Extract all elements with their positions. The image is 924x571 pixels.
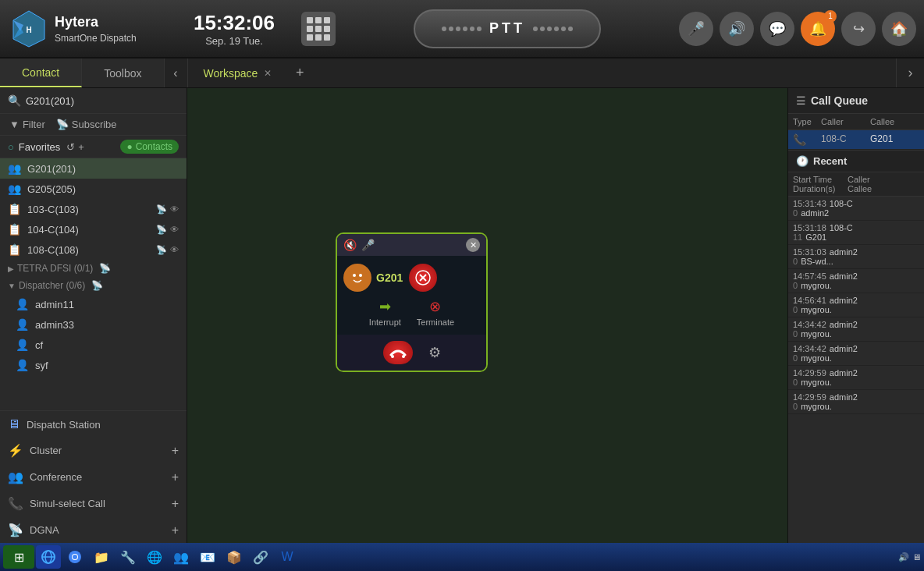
contact-icon: 📋 xyxy=(8,243,21,256)
svg-point-15 xyxy=(73,555,77,559)
start-button[interactable]: ⊞ xyxy=(3,545,34,569)
workspace-tab-close[interactable]: ✕ xyxy=(264,68,272,79)
cw-terminate-action[interactable]: ⊗ Terminate xyxy=(417,298,454,327)
contact-item-108c[interactable]: 📋 108-C(108) 📡 👁 xyxy=(0,239,187,260)
workspace: 🔇 🎤 ✕ xyxy=(187,88,787,543)
microphone-button[interactable]: 🎤 xyxy=(679,12,713,46)
svg-point-2 xyxy=(347,268,368,288)
cq-type-icon: 📞 xyxy=(793,133,821,146)
tab-toolbox[interactable]: Toolbox xyxy=(82,59,164,87)
recent-row[interactable]: 14:29:59 admin2 0 mygrou. xyxy=(788,390,924,414)
main-layout: 🔍 G201(201) ▼ Filter 📡 Subscribe ○ Favor… xyxy=(0,88,924,543)
callqueue-title: Call Queue xyxy=(811,94,868,107)
recent-row[interactable]: 15:31:18 108-C 11 G201 xyxy=(788,221,924,245)
grid-button[interactable] xyxy=(301,12,336,46)
contact-sub-icons: 📡 👁 xyxy=(156,204,179,215)
hytera-logo-icon: H xyxy=(9,9,48,48)
taskbar-app5-icon[interactable]: 🔗 xyxy=(248,545,273,569)
recent-icon: 🕐 xyxy=(796,155,808,167)
simul-add-icon[interactable]: + xyxy=(172,497,179,511)
recent-row[interactable]: 14:29:59 admin2 0 mygrou. xyxy=(788,366,924,390)
dispatch-station-section[interactable]: 🖥 Dispatch Station xyxy=(0,411,187,437)
contact-item-g205[interactable]: 👥 G205(205) xyxy=(0,179,187,199)
cw-volume-icon[interactable]: 🔇 xyxy=(343,239,357,251)
eye-icon: 👁 xyxy=(170,225,179,235)
filter-button[interactable]: ▼ Filter xyxy=(9,119,45,130)
tabs-row: Contact Toolbox ‹ Workspace ✕ + › xyxy=(0,59,924,88)
cw-caller-name: G201 xyxy=(376,271,403,284)
ptt-left-dots xyxy=(442,27,482,31)
contact-list: 👥 G201(201) 👥 G205(205) 📋 103-C(103) 📡 👁… xyxy=(0,158,187,410)
cw-avatar xyxy=(343,264,371,292)
dgna-section[interactable]: 📡 DGNA + xyxy=(0,516,187,543)
tab-contact[interactable]: Contact xyxy=(0,59,82,87)
cw-hangup-button[interactable] xyxy=(383,341,413,364)
ptt-area: PTT xyxy=(336,9,679,48)
taskbar-ie-icon[interactable] xyxy=(36,545,61,569)
recent-row[interactable]: 15:31:03 admin2 0 BS-wd... xyxy=(788,245,924,269)
taskbar-word-icon[interactable]: W xyxy=(275,545,300,569)
date: Sep. 19 Tue. xyxy=(205,35,263,47)
cw-close-button[interactable]: ✕ xyxy=(466,238,480,252)
tetra-section-header[interactable]: ▶ TETRA DFSI (0/1) 📡 xyxy=(0,260,187,277)
cluster-add-icon[interactable]: + xyxy=(172,444,179,458)
rt-time-header: Start Time Duration(s) xyxy=(793,175,848,193)
dispatcher-signal-icon: 📡 xyxy=(91,280,103,291)
notification-button[interactable]: 🔔 1 xyxy=(801,12,835,46)
chat-button[interactable]: 💬 xyxy=(760,12,794,46)
recent-row[interactable]: 14:34:42 admin2 0 mygrou. xyxy=(788,342,924,366)
hangup-icon xyxy=(389,347,407,358)
taskbar-app3-icon[interactable]: 👥 xyxy=(169,545,194,569)
favorites-add[interactable]: + xyxy=(78,141,84,153)
taskbar-app4-icon[interactable]: 📦 xyxy=(222,545,247,569)
contact-item-103c[interactable]: 📋 103-C(103) 📡 👁 xyxy=(0,199,187,219)
forward-button[interactable]: ↪ xyxy=(841,12,876,46)
cq-row-active[interactable]: 📞 108-C G201 xyxy=(788,130,924,150)
cq-type-header: Type xyxy=(793,117,821,126)
tabs-right-arrow[interactable]: › xyxy=(896,59,924,87)
dispatcher-syf[interactable]: 👤 syf xyxy=(0,355,187,375)
cw-interrupt-action[interactable]: ➡ Interrupt xyxy=(369,298,401,327)
cw-mic-icon[interactable]: 🎤 xyxy=(361,239,375,251)
dispatcher-admin11[interactable]: 👤 admin11 xyxy=(0,294,187,314)
search-icon: 🔍 xyxy=(8,94,21,107)
taskbar-chrome-icon[interactable] xyxy=(62,545,87,569)
cluster-section[interactable]: ⚡ Cluster + xyxy=(0,437,187,463)
simul-select-section[interactable]: 📞 Simul-select Call + xyxy=(0,490,187,516)
taskbar-folder-icon[interactable]: 📁 xyxy=(89,545,114,569)
cw-settings-button[interactable]: ⚙ xyxy=(428,344,441,361)
recent-title: Recent xyxy=(813,155,847,167)
tab-add-button[interactable]: + xyxy=(287,59,312,87)
favorites-refresh[interactable]: ↺ xyxy=(66,141,75,153)
subscribe-button[interactable]: 📡 Subscribe xyxy=(56,119,117,130)
dispatcher-section-header[interactable]: ▼ Dispatcher (0/6) 📡 xyxy=(0,277,187,294)
tab-collapse-button[interactable]: ‹ xyxy=(165,59,188,87)
tab-workspace[interactable]: Workspace ✕ xyxy=(188,59,288,87)
cq-callee-value: G201 xyxy=(870,133,919,146)
dispatcher-cf[interactable]: 👤 cf xyxy=(0,335,187,355)
ptt-button[interactable]: PTT xyxy=(414,9,601,48)
taskbar-outlook-icon[interactable]: 📧 xyxy=(195,545,220,569)
taskbar-app2-icon[interactable]: 🌐 xyxy=(142,545,167,569)
contacts-button[interactable]: ● Contacts xyxy=(120,140,179,154)
contact-item-104c[interactable]: 📋 104-C(104) 📡 👁 xyxy=(0,219,187,239)
eye-icon: 👁 xyxy=(170,204,179,215)
tetra-signal-icon: 📡 xyxy=(99,263,111,274)
contact-sub-icons: 📡 👁 xyxy=(156,245,179,255)
dgna-add-icon[interactable]: + xyxy=(172,523,179,537)
svg-point-8 xyxy=(391,355,394,358)
dispatch-station-icon: 🖥 xyxy=(8,417,20,431)
contact-item-g201[interactable]: 👥 G201(201) xyxy=(0,158,187,179)
recent-row[interactable]: 14:34:42 admin2 0 mygrou. xyxy=(788,317,924,342)
dispatcher-admin33[interactable]: 👤 admin33 xyxy=(0,314,187,335)
taskbar-right: 🔊 🖥 xyxy=(898,552,921,562)
conference-section[interactable]: 👥 Conference + xyxy=(0,463,187,490)
recent-row[interactable]: 15:31:43 108-C 0 admin2 xyxy=(788,197,924,221)
conference-add-icon[interactable]: + xyxy=(172,470,179,484)
home-button[interactable]: 🏠 xyxy=(882,12,916,46)
recent-row[interactable]: 14:57:45 admin2 0 mygrou. xyxy=(788,269,924,293)
speaker-button[interactable]: 🔊 xyxy=(720,12,754,46)
taskbar-app1-icon[interactable]: 🔧 xyxy=(116,545,140,569)
cw-terminate-button[interactable] xyxy=(409,264,437,292)
recent-row[interactable]: 14:56:41 admin2 0 mygrou. xyxy=(788,293,924,317)
